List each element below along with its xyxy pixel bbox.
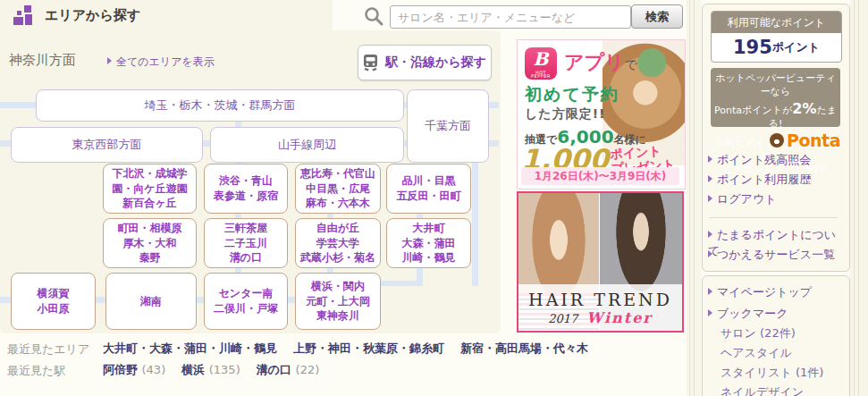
area-box-ebisu[interactable]: 恵比寿・代官山 中目黒・広尾 麻布・六本木 — [295, 164, 381, 214]
edge-line — [689, 0, 690, 396]
recent-area-link[interactable]: 上野・神田・秋葉原・錦糸町 — [293, 341, 444, 355]
area-box-shimokitazawa[interactable]: 下北沢・成城学 園・向ケ丘遊園 新百合ヶ丘 — [103, 164, 197, 214]
sidebar-link-usable-services[interactable]: つかえるサービス一覧 — [708, 247, 842, 263]
recent-area-link[interactable]: 大井町・大森・蒲田・川崎・鶴見 — [103, 341, 277, 355]
bookmark-item-hairstyle[interactable]: ヘアスタイル — [721, 345, 846, 361]
points-value: 195ポイント — [712, 33, 841, 62]
ponta-mascot-icon — [770, 133, 784, 147]
ad-line-limited: した方限定!! — [525, 106, 605, 122]
recent-station-link[interactable]: 横浜 — [181, 363, 205, 376]
ponta-promo-box: ホットペッパービューティーなら Pontaポイントが2%たまる! ためたポイント… — [711, 68, 840, 127]
hair-trend-title-band: HAIR TREND 2017Winter — [518, 284, 682, 331]
arrow-right-icon — [708, 195, 712, 202]
station-line-search-button[interactable]: 駅・沿線から探す — [358, 45, 492, 80]
area-blocks-icon — [13, 4, 36, 27]
area-box-yokohama[interactable]: 横浜・関内 元町・上大岡 東神奈川 — [295, 273, 381, 330]
recent-station-links: 阿倍野 (43)横浜 (135)溝の口 (22) — [103, 362, 319, 378]
recent-station-link[interactable]: 溝の口 — [257, 363, 291, 376]
hair-trend-season: Winter — [586, 309, 652, 326]
sidebar-link-mypage-top[interactable]: マイページトップ — [708, 284, 842, 300]
area-search-header: エリアから探す — [0, 0, 333, 30]
search-button[interactable]: 検索 — [631, 4, 683, 29]
arrow-right-icon — [708, 288, 712, 295]
recent-area-links: 大井町・大森・蒲田・川崎・鶴見上野・神田・秋葉原・錦糸町新宿・高田馬場・代々木 — [103, 341, 588, 357]
arrow-right-icon — [708, 250, 712, 257]
ponta-logo: Ponta — [733, 131, 840, 150]
search-input[interactable] — [390, 5, 631, 29]
rail-line — [375, 281, 423, 286]
show-all-areas-link[interactable]: 全てのエリアを表示 — [107, 55, 215, 70]
page-edge-right — [850, 0, 868, 396]
page-title: エリアから探す — [45, 7, 140, 24]
arrow-right-icon — [107, 57, 112, 64]
arrow-right-icon — [708, 309, 712, 316]
ad-headline: アプリで — [564, 49, 637, 76]
station-count: (43) — [142, 363, 166, 376]
points-header: 利用可能なポイント — [712, 12, 841, 33]
train-icon — [363, 54, 378, 72]
area-box-yamanote[interactable]: 山手線周辺 — [210, 127, 404, 163]
area-box-yokosuka[interactable]: 横須賀 小田原 — [11, 273, 96, 330]
recent-area-label: 最近見たエリア — [7, 341, 89, 358]
area-box-chiba[interactable]: 千葉方面 — [407, 89, 489, 163]
ad-line-first-booking: 初めて予約 — [525, 83, 619, 106]
app-campaign-banner[interactable]: B HOT PEPPER アプリで 初めて予約 した方限定!! 抽選で6,000… — [517, 39, 686, 190]
recent-station-label: 最近見た駅 — [7, 363, 65, 379]
bookmark-item-nail-design[interactable]: ネイルデザイン — [721, 384, 846, 396]
hair-trend-banner[interactable]: HAIR TREND 2017Winter — [517, 191, 684, 333]
sidebar-link-points-balance[interactable]: ポイント残高照会 — [708, 152, 842, 168]
bookmark-item-salon[interactable]: サロン (22件) — [721, 325, 846, 341]
arrow-right-icon — [708, 231, 712, 238]
area-box-oimachi[interactable]: 大井町 大森・蒲田 川崎・鶴見 — [386, 218, 471, 268]
area-box-center-minami[interactable]: センター南 二俣川・戸塚 — [204, 273, 288, 330]
sidebar-link-bookmark[interactable]: ブックマーク — [708, 306, 842, 322]
edge-line — [854, 0, 855, 396]
area-box-tokyo-west[interactable]: 東京西部方面 — [11, 127, 203, 163]
station-count: (135) — [209, 363, 240, 376]
hot-pepper-app-icon: B HOT PEPPER — [525, 47, 557, 80]
bookmark-item-stylist[interactable]: スタイリスト (1件) — [721, 365, 846, 381]
region-title: 神奈川方面 — [9, 52, 76, 69]
hot-pepper-beauty-area-page: エリアから探す 検索 神奈川方面 全てのエリアを表示 駅・沿線から探す 埼玉・栃… — [0, 0, 868, 396]
area-box-machida[interactable]: 町田・相模原 厚木・大和 秦野 — [103, 218, 197, 268]
edge-line — [858, 0, 859, 396]
area-box-jiyugaoka[interactable]: 自由が丘 学芸大学 武蔵小杉・菊名 — [295, 218, 381, 268]
area-box-shinagawa[interactable]: 品川・目黒 五反田・田町 — [386, 164, 471, 214]
search-icon — [363, 5, 384, 27]
area-box-shonan[interactable]: 湘南 — [105, 273, 197, 330]
area-box-saitama[interactable]: 埼玉・栃木・茨城・群馬方面 — [36, 89, 404, 122]
arrow-right-icon — [708, 175, 712, 182]
sidebar-link-points-history[interactable]: ポイント利用履歴 — [708, 172, 842, 188]
available-points-box: 利用可能なポイント 195ポイント — [711, 11, 842, 63]
promo-line-1: ホットペッパービューティーなら Pontaポイントが2%たまる! — [711, 72, 840, 131]
campaign-period: 1月26日(木)〜3月9日(木) — [521, 167, 679, 185]
recent-area-link[interactable]: 新宿・高田馬場・代々木 — [460, 341, 588, 355]
station-count: (22) — [296, 363, 320, 376]
area-box-sangenjaya[interactable]: 三軒茶屋 二子玉川 溝の口 — [204, 218, 288, 268]
recent-station-link[interactable]: 阿倍野 — [103, 363, 138, 376]
sidebar-divider — [709, 217, 838, 218]
hair-trend-title: HAIR TREND — [528, 290, 672, 309]
arrow-right-icon — [708, 156, 712, 163]
area-box-shibuya[interactable]: 渋谷・青山 表参道・原宿 — [204, 164, 288, 214]
sidebar-link-logout[interactable]: ログアウト — [708, 191, 842, 207]
hair-trend-year: 2017 — [548, 312, 577, 325]
edge-line — [694, 0, 695, 396]
